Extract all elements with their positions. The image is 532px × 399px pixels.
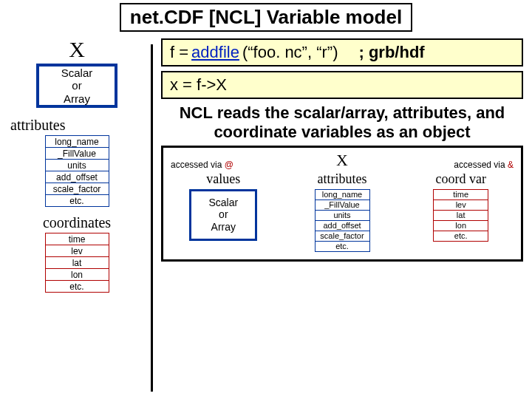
object-box: accessed via @ X accessed via & values S…: [161, 146, 523, 262]
accessed-via-at: accessed via @: [171, 160, 285, 170]
accessed-via-amp: accessed via &: [399, 160, 514, 170]
values-box: ScalarorArray: [189, 189, 257, 241]
list-item: etc.: [434, 231, 488, 241]
list-item: lon: [434, 220, 488, 231]
list-item: lev: [45, 245, 109, 257]
list-item: scale_factor: [45, 183, 109, 195]
list-item: units: [45, 160, 109, 171]
list-item: long_name: [315, 189, 369, 200]
ampersand-symbol: &: [508, 160, 514, 170]
list-item: lev: [434, 200, 488, 210]
object-attributes-heading: attributes: [318, 171, 367, 187]
code-line-1: f = addfile (“foo. nc”, “r”) ; grb/hdf: [161, 38, 523, 66]
code-text: f =: [170, 43, 188, 62]
list-item: add_offset: [315, 220, 369, 231]
explanation-text: NCL reads the scalar/array, attributes, …: [174, 103, 510, 143]
list-item: lon: [45, 269, 109, 281]
object-attributes-column: attributes long_name _FillValue units ad…: [287, 171, 398, 252]
coordinates-heading: coordinates: [10, 214, 143, 231]
list-item: lat: [434, 210, 488, 220]
list-item: time: [434, 189, 488, 200]
scalar-array-box: ScalarorArray: [36, 64, 117, 108]
code-comment: ; grb/hdf: [358, 43, 424, 62]
vertical-divider: [151, 44, 153, 392]
values-heading: values: [206, 171, 240, 187]
page-title: net.CDF [NCL] Variable model: [120, 3, 412, 32]
code-text: x = f->X: [170, 75, 227, 95]
list-item: scale_factor: [315, 231, 369, 241]
coord-var-heading: coord var: [435, 171, 485, 187]
list-item: add_offset: [45, 171, 109, 183]
coord-var-list: time lev lat lon etc.: [433, 189, 488, 242]
left-column: X ScalarorArray attributes long_name _Fi…: [10, 37, 143, 293]
list-item: time: [45, 233, 109, 245]
list-item: etc.: [45, 281, 109, 293]
object-attributes-list: long_name _FillValue units add_offset sc…: [315, 189, 370, 252]
code-text: (“foo. nc”, “r”): [242, 43, 338, 62]
attributes-heading: attributes: [10, 117, 143, 134]
coordinates-list: time lev lat lon etc.: [45, 233, 109, 293]
code-line-2: x = f->X: [161, 71, 523, 99]
list-item: _FillValue: [45, 148, 109, 160]
list-item: units: [315, 210, 369, 220]
variable-x-label: X: [10, 37, 143, 62]
list-item: long_name: [45, 136, 109, 148]
addfile-function: addfile: [191, 43, 239, 62]
right-column: f = addfile (“foo. nc”, “r”) ; grb/hdf x…: [161, 38, 523, 262]
values-column: values ScalarorArray: [168, 171, 279, 241]
at-symbol: @: [225, 160, 233, 170]
list-item: lat: [45, 257, 109, 269]
list-item: _FillValue: [315, 200, 369, 210]
object-x-label: X: [285, 151, 400, 170]
list-item: etc.: [45, 195, 109, 207]
attributes-list: long_name _FillValue units add_offset sc…: [45, 135, 109, 207]
coord-var-column: coord var time lev lat lon etc.: [405, 171, 516, 242]
list-item: etc.: [315, 241, 369, 251]
